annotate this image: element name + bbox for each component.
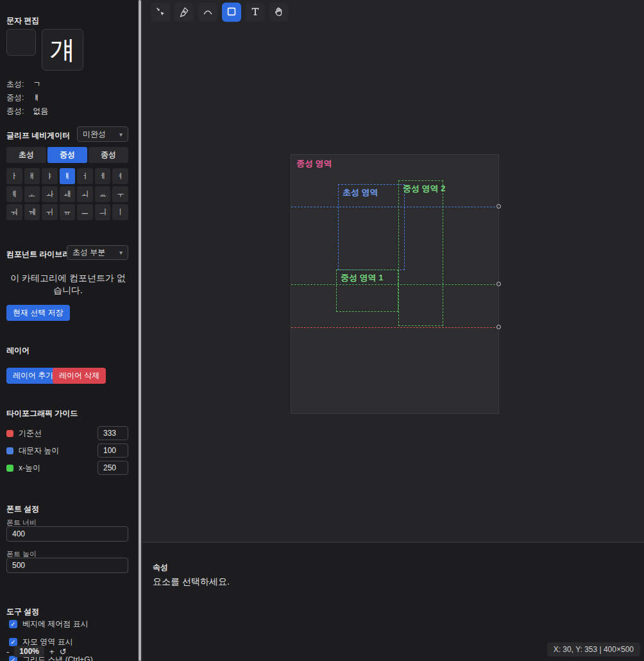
text-tool-icon <box>250 6 261 19</box>
baseline-guide[interactable] <box>291 327 498 328</box>
capital-height-guide-handle[interactable] <box>496 204 501 209</box>
save-selection-button[interactable]: 현재 선택 저장 <box>6 305 70 321</box>
delete-layer-button[interactable]: 레이어 삭제 <box>53 368 106 384</box>
x-height-guide-handle[interactable] <box>496 282 501 286</box>
typo-guide-row: x-높이 <box>6 461 128 475</box>
tab-중성[interactable]: 중성 <box>47 147 87 163</box>
jamo-cell[interactable]: ㅜ <box>112 186 128 202</box>
font-height-input[interactable] <box>6 558 128 573</box>
capital-height-guide[interactable] <box>291 207 498 207</box>
jamo-cell[interactable]: ㅠ <box>60 204 76 220</box>
tab-초성[interactable]: 초성 <box>6 147 46 163</box>
guide-color-dot <box>6 447 13 454</box>
hand-tool-button[interactable] <box>269 3 289 22</box>
typo-guide-row: 기준선 <box>6 426 128 440</box>
select-tool-button[interactable] <box>151 3 170 22</box>
info-value: 없음 <box>33 107 48 116</box>
guide-label: 기준선 <box>19 428 97 439</box>
curve-tool-icon <box>202 6 214 19</box>
info-label: 종성: <box>6 107 24 116</box>
guide-label: x-높이 <box>19 463 97 474</box>
guide-label: 대문자 높이 <box>19 445 97 456</box>
jamo-cell[interactable]: ㅛ <box>95 186 111 202</box>
jamo-cell[interactable]: ㅞ <box>24 204 40 220</box>
component-filter-dropdown[interactable]: 초성 부분 ▾ <box>67 245 128 260</box>
region-box[interactable]: 중성 영역 1 <box>336 270 398 312</box>
jamo-cell[interactable]: ㅒ <box>60 168 76 184</box>
guide-value-input[interactable] <box>97 443 128 458</box>
jamo-cell[interactable]: ㅐ <box>24 168 40 184</box>
jamo-cell[interactable]: ㅏ <box>6 168 22 184</box>
glyph-filter-dropdown[interactable]: 미완성 ▾ <box>77 126 128 142</box>
region-box[interactable]: 중성 영역 2 <box>398 180 443 326</box>
char-info-line: 초성:ㄱ <box>6 79 128 90</box>
jamo-cell[interactable]: ㅣ <box>112 204 128 220</box>
zoom-out-button[interactable]: - <box>6 647 9 657</box>
char-edit-title: 문자 편집 <box>6 15 39 26</box>
zoom-reset-icon[interactable]: ↺ <box>60 647 67 657</box>
region-label: 중성 영역 1 <box>341 272 383 284</box>
glyph-filter-value: 미완성 <box>83 129 106 140</box>
jamo-tabs: 초성중성종성 <box>6 147 128 163</box>
jamo-cell[interactable]: ㅘ <box>42 186 58 202</box>
tab-종성[interactable]: 종성 <box>89 147 128 163</box>
tool-checkbox-row: ✓베지에 제어점 표시 <box>9 619 89 630</box>
sidebar-scrollbar[interactable] <box>138 0 142 661</box>
chevron-down-icon: ▾ <box>119 249 123 256</box>
typo-guide-row: 대문자 높이 <box>6 443 128 458</box>
jamo-cell[interactable]: ㅑ <box>42 168 58 184</box>
sidebar: 문자 편집 걔 초성:ㄱ중성:ㅒ종성:없음 글리프 네비게이터 미완성 ▾ 초성… <box>0 0 138 661</box>
toolbar <box>151 3 289 22</box>
char-preview-glyph-box: 걔 <box>42 29 83 71</box>
font-width-input[interactable] <box>6 526 128 542</box>
jamo-cell[interactable]: ㅝ <box>6 204 22 220</box>
component-empty-message: 이 카테고리에 컴포넌트가 없습니다. <box>6 272 130 296</box>
guide-color-dot <box>6 430 13 437</box>
zoom-controls: - 100% + ↺ <box>6 646 67 657</box>
jamo-cell[interactable]: ㅕ <box>112 168 128 184</box>
char-info-line: 종성:없음 <box>6 106 128 117</box>
jamo-cell[interactable]: ㅡ <box>77 204 93 220</box>
char-info: 초성:ㄱ중성:ㅒ종성:없음 <box>6 79 128 119</box>
rect-tool-icon <box>226 6 237 19</box>
jamo-cell[interactable]: ㅢ <box>95 204 111 220</box>
scrollbar-thumb[interactable] <box>139 0 141 661</box>
component-filter-value: 초성 부분 <box>72 247 105 258</box>
guide-value-input[interactable] <box>97 461 128 475</box>
region-label: 중성 영역 2 <box>403 183 445 194</box>
glyph-canvas[interactable]: 종성 영역 초성 영역중성 영역 2중성 영역 1 <box>291 154 499 414</box>
jamo-cell[interactable]: ㅓ <box>77 168 93 184</box>
char-preview-empty-box <box>6 29 36 56</box>
jamo-cell[interactable]: ㅙ <box>60 186 76 202</box>
checkbox-label: 베지에 제어점 표시 <box>22 619 89 630</box>
zoom-level: 100% <box>14 646 44 657</box>
baseline-guide-handle[interactable] <box>496 325 501 329</box>
region-box[interactable]: 초성 영역 <box>338 184 405 270</box>
checkbox-checked[interactable]: ✓ <box>9 620 17 628</box>
x-height-guide[interactable] <box>291 284 498 285</box>
jamo-cell[interactable]: ㅗ <box>24 186 40 202</box>
typo-guides-title: 타이포그래픽 가이드 <box>6 408 78 419</box>
char-info-line: 중성:ㅒ <box>6 92 128 103</box>
canvas-area[interactable]: 종성 영역 초성 영역중성 영역 2중성 영역 1 <box>142 0 644 542</box>
info-value: ㅒ <box>33 93 40 102</box>
properties-message: 요소를 선택하세요. <box>153 576 230 588</box>
jamo-cell[interactable]: ㅔ <box>95 168 111 184</box>
jamo-cell[interactable]: ㅖ <box>6 186 22 202</box>
guide-value-input[interactable] <box>97 426 128 440</box>
pen-tool-button[interactable] <box>174 3 194 22</box>
jamo-grid: ㅏㅐㅑㅒㅓㅔㅕㅖㅗㅘㅙㅚㅛㅜㅝㅞㅟㅠㅡㅢㅣ <box>6 168 128 220</box>
add-layer-button[interactable]: 레이어 추가 <box>6 368 60 384</box>
guide-color-dot <box>6 465 13 472</box>
jamo-cell[interactable]: ㅟ <box>42 204 58 220</box>
font-settings-title: 폰트 설정 <box>6 504 39 515</box>
region-label: 초성 영역 <box>343 187 378 198</box>
curve-tool-button[interactable] <box>198 3 217 22</box>
text-tool-button[interactable] <box>246 3 265 22</box>
select-tool-icon <box>155 6 166 19</box>
glyph-navigator-title: 글리프 네비게이터 <box>6 130 70 141</box>
jamo-cell[interactable]: ㅚ <box>77 186 93 202</box>
zoom-in-button[interactable]: + <box>49 647 55 657</box>
info-label: 중성: <box>6 93 24 102</box>
rect-tool-button[interactable] <box>222 3 241 22</box>
